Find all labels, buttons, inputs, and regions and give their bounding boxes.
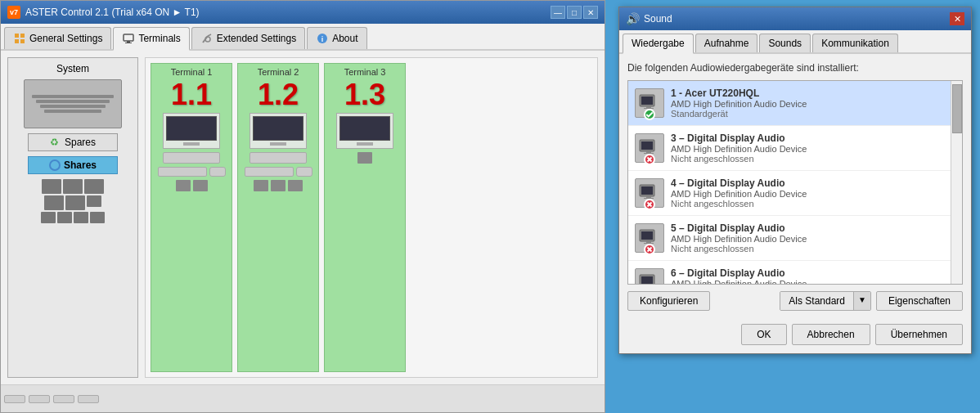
- terminal-1-device-2: [193, 180, 208, 191]
- terminal-2-monitor: [249, 113, 307, 149]
- device-4-name: 5 – Digital Display Audio: [671, 222, 955, 234]
- tab-extended-settings[interactable]: Extended Settings: [191, 27, 305, 49]
- aster-taskbar: [1, 384, 605, 412]
- device-row-2: [13, 195, 133, 210]
- scrollbar-thumb[interactable]: [952, 84, 962, 133]
- terminal-1-device-1: [176, 180, 191, 191]
- sound-close-button[interactable]: ✕: [950, 12, 964, 25]
- aster-titlebar-controls: — □ ✕: [551, 6, 598, 19]
- device-3-status-dot: [644, 199, 655, 210]
- spares-label: Spares: [65, 137, 96, 148]
- sound-footer: OK Abbrechen Übernehmen: [619, 319, 971, 353]
- device-icon-4: [44, 195, 64, 210]
- device-4-subname: AMD High Definition Audio Device: [671, 234, 955, 244]
- device-icon-10: [90, 212, 105, 223]
- terminal-1-screen: [166, 116, 217, 141]
- sound-tabs: Wiedergabe Aufnahme Sounds Kommunikation: [619, 30, 971, 54]
- pc-bar-1: [32, 95, 114, 98]
- configure-button[interactable]: Konfigurieren: [627, 291, 710, 311]
- svg-rect-6: [125, 43, 132, 43]
- taskbar-btn-4[interactable]: [78, 395, 99, 403]
- aster-close-button[interactable]: ✕: [583, 6, 598, 19]
- audio-device-4[interactable]: 5 – Digital Display Audio AMD High Defin…: [628, 216, 962, 261]
- terminal-1-devices: [176, 180, 208, 191]
- terminal-3-monitor: [336, 113, 393, 149]
- device-icon-2: [63, 179, 83, 194]
- terminal-3-stand: [357, 142, 373, 146]
- device-3-name: 4 – Digital Display Audio: [671, 177, 955, 189]
- tab-about[interactable]: i About: [307, 27, 366, 49]
- device-row-3: [13, 212, 133, 223]
- terminal-3-header: Terminal 3: [344, 67, 386, 77]
- audio-device-list: 1 - Acer UT220HQL AMD High Definition Au…: [627, 80, 963, 285]
- ubernehmen-button[interactable]: Übernehmen: [875, 324, 963, 345]
- sound-tab-sounds[interactable]: Sounds: [759, 34, 811, 52]
- terminal-2-keyboard-2: [245, 167, 294, 177]
- als-standard-arrow[interactable]: ▼: [853, 292, 870, 310]
- ok-button[interactable]: OK: [741, 324, 786, 345]
- shares-label: Shares: [64, 159, 97, 171]
- device-4-status-dot: [644, 244, 655, 255]
- settings-icon: [13, 32, 26, 45]
- pc-bar-4: [44, 110, 101, 113]
- audio-device-5[interactable]: 6 – Digital Display Audio AMD High Defin…: [628, 261, 962, 285]
- audio-device-3[interactable]: 4 – Digital Display Audio AMD High Defin…: [628, 171, 962, 216]
- tools-icon: [200, 32, 214, 45]
- device-4-status: Nicht angeschlossen: [671, 244, 955, 254]
- shares-button[interactable]: Shares: [28, 156, 118, 174]
- device-3-status: Nicht angeschlossen: [671, 199, 955, 209]
- sound-tab-kommunikation[interactable]: Kommunikation: [812, 34, 898, 52]
- eigenschaften-button[interactable]: Eigenschaften: [876, 291, 963, 311]
- device-3-info: 4 – Digital Display Audio AMD High Defin…: [671, 177, 955, 209]
- terminal-3-device-1: [357, 152, 372, 164]
- globe-icon: [49, 159, 61, 171]
- pc-bar-3: [40, 105, 106, 108]
- audio-device-2[interactable]: 3 – Digital Display Audio AMD High Defin…: [628, 126, 962, 171]
- tab-general-settings[interactable]: General Settings: [4, 27, 111, 49]
- spares-button[interactable]: ♻ Spares: [28, 133, 118, 151]
- sound-tab-wiedergabe-label: Wiedergabe: [632, 38, 685, 49]
- device-3-thumb: [635, 178, 664, 208]
- aster-title-text: ASTER Control 2.1 (Trial x64 ON ► T1): [25, 7, 200, 18]
- sound-action-buttons: Konfigurieren Als Standard ▼ Eigenschaft…: [627, 291, 963, 311]
- sound-titlebar: 🔊 Sound ✕: [619, 7, 971, 30]
- svg-rect-1: [20, 34, 25, 38]
- tab-terminals-label: Terminals: [138, 33, 180, 44]
- device-icon-3: [84, 179, 104, 194]
- terminal-2-stand: [270, 142, 286, 146]
- device-2-info: 3 – Digital Display Audio AMD High Defin…: [671, 132, 955, 164]
- sound-title-text: Sound: [644, 13, 672, 25]
- sound-tab-wiedergabe[interactable]: Wiedergabe: [623, 34, 694, 54]
- aster-titlebar: v7 ASTER Control 2.1 (Trial x64 ON ► T1)…: [1, 1, 605, 24]
- terminal-2-peripherals: [245, 167, 312, 177]
- terminal-panel-3: Terminal 3 1.3: [324, 63, 406, 372]
- taskbar-btn-2[interactable]: [29, 395, 50, 403]
- aster-maximize-button[interactable]: □: [567, 6, 582, 19]
- abbrechen-button[interactable]: Abbrechen: [792, 324, 870, 345]
- device-5-info: 6 – Digital Display Audio AMD High Defin…: [671, 267, 955, 285]
- device-icon-7: [41, 212, 56, 223]
- device-1-subname: AMD High Definition Audio Device: [671, 99, 955, 109]
- aster-minimize-button[interactable]: —: [551, 6, 565, 19]
- taskbar-btn-1[interactable]: [4, 395, 25, 403]
- device-icon-6: [87, 195, 101, 207]
- terminal-2-header: Terminal 2: [258, 67, 299, 77]
- tab-terminals[interactable]: Terminals: [113, 27, 189, 51]
- audio-device-1[interactable]: 1 - Acer UT220HQL AMD High Definition Au…: [628, 81, 962, 126]
- device-1-info: 1 - Acer UT220HQL AMD High Definition Au…: [671, 88, 955, 119]
- device-1-name: 1 - Acer UT220HQL: [671, 88, 955, 99]
- aster-app-icon: v7: [7, 6, 20, 19]
- system-pc-image: [24, 79, 122, 128]
- svg-text:i: i: [321, 35, 324, 43]
- terminal-2-devices: [254, 180, 303, 191]
- device-list-scrollbar[interactable]: [951, 81, 962, 284]
- taskbar-btn-3[interactable]: [53, 395, 74, 403]
- als-standard-main[interactable]: Als Standard: [780, 292, 853, 310]
- device-2-name: 3 – Digital Display Audio: [671, 132, 955, 144]
- terminal-2-screen: [253, 116, 303, 141]
- device-3-subname: AMD High Definition Audio Device: [671, 189, 955, 199]
- device-1-thumb: [635, 88, 664, 118]
- recycle-icon: ♻: [50, 137, 61, 148]
- device-icon-5: [65, 195, 85, 210]
- sound-tab-aufnahme[interactable]: Aufnahme: [695, 34, 758, 52]
